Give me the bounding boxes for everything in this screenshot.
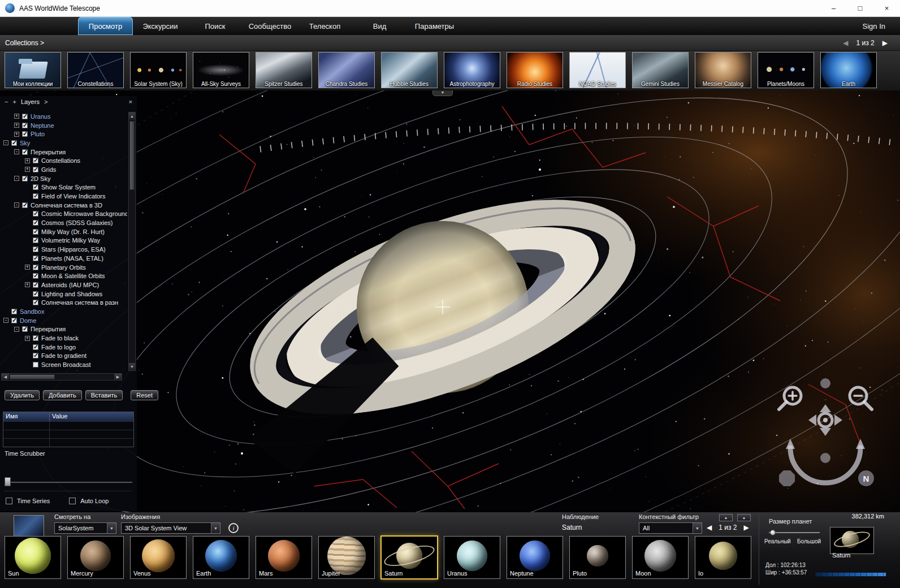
layer-tree-item[interactable]: -Солнечная система в 3D xyxy=(1,201,127,210)
expand-icon[interactable]: + xyxy=(25,265,30,270)
layer-checkbox[interactable] xyxy=(22,326,28,332)
layer-checkbox[interactable] xyxy=(11,140,17,146)
layer-checkbox[interactable] xyxy=(33,353,38,358)
scroll-right-icon[interactable]: ▶ xyxy=(114,374,122,380)
expand-icon[interactable]: + xyxy=(14,123,19,128)
expand-icon[interactable]: + xyxy=(14,114,19,119)
collapse-icon[interactable]: - xyxy=(14,176,19,181)
planet-item-jupiter[interactable]: Jupiter xyxy=(318,536,375,579)
tree-vertical-scrollbar[interactable]: ▲ ▼ xyxy=(128,112,136,371)
scroll-down-icon[interactable]: ▼ xyxy=(129,363,135,370)
layer-tree-item[interactable]: Field of View Indicators xyxy=(1,192,127,201)
collection-item-astrophotography[interactable]: Astrophotography xyxy=(444,52,500,88)
layer-tree-item[interactable]: Moon & Satellite Orbits xyxy=(1,271,127,280)
layer-tree-item[interactable]: +Grids xyxy=(1,165,127,174)
layer-checkbox[interactable] xyxy=(33,362,38,368)
layer-checkbox[interactable] xyxy=(22,202,28,208)
insert-layer-button[interactable]: Вставить xyxy=(85,390,123,400)
look-at-thumbnail[interactable] xyxy=(14,515,44,537)
planet-item-mercury[interactable]: Mercury xyxy=(67,536,124,579)
planet-item-saturn[interactable]: Saturn xyxy=(381,536,438,579)
planet-item-venus[interactable]: Venus xyxy=(130,536,187,579)
layer-tree-item[interactable]: +Asteroids (IAU MPC) xyxy=(1,280,127,289)
column-header-name[interactable]: Имя xyxy=(3,412,50,421)
layer-tree-item[interactable]: -2D Sky xyxy=(1,174,127,183)
collapse-strip-button[interactable]: ▲ xyxy=(719,514,733,521)
collapse-icon[interactable]: - xyxy=(3,140,8,145)
slider-track[interactable] xyxy=(5,481,132,483)
scroll-left-icon[interactable]: ◀ xyxy=(2,374,9,380)
layer-tree-item[interactable]: +Pluto xyxy=(1,129,127,139)
reset-button[interactable]: Reset xyxy=(131,390,158,400)
collection-item-all-sky[interactable]: All-Sky Surveys xyxy=(193,52,249,88)
layer-tree-item[interactable]: -Sky xyxy=(1,139,127,148)
collapse-panel-button[interactable]: ▲ xyxy=(737,514,751,521)
collection-item-my-collections[interactable]: Мои коллекции xyxy=(5,52,61,88)
collapse-icon[interactable]: - xyxy=(3,318,8,323)
sign-in-button[interactable]: Sign In xyxy=(848,17,900,35)
layer-checkbox[interactable] xyxy=(33,344,38,350)
layer-tree-item[interactable]: +Fade to black xyxy=(1,334,127,343)
scrollbar-thumb[interactable] xyxy=(129,121,135,190)
layer-tree-item[interactable]: Sandbox xyxy=(1,307,127,316)
collection-item-radio[interactable]: Radio Studies xyxy=(507,52,563,88)
layer-tree-item[interactable]: +Planetary Orbits xyxy=(1,263,127,272)
layer-checkbox[interactable] xyxy=(33,237,38,243)
layer-checkbox[interactable] xyxy=(33,247,38,252)
layer-checkbox[interactable] xyxy=(22,176,28,181)
collapse-icon[interactable]: - xyxy=(14,149,19,154)
column-header-value[interactable]: Value xyxy=(50,412,133,421)
info-button[interactable]: i xyxy=(228,523,239,533)
field-of-view-bar[interactable] xyxy=(815,572,886,577)
delete-layer-button[interactable]: Удалить xyxy=(5,390,40,400)
layer-checkbox[interactable] xyxy=(33,282,38,288)
layer-tree-item[interactable]: Cosmos (SDSS Galaxies) xyxy=(1,218,127,227)
imagery-dropdown[interactable]: 3D Solar System View ▼ xyxy=(121,522,220,534)
collapse-strip-tab[interactable]: ▾ xyxy=(432,90,453,96)
layer-checkbox[interactable] xyxy=(11,309,17,314)
expand-icon[interactable]: + xyxy=(25,158,30,163)
collection-item-noao[interactable]: NOAO Studies xyxy=(569,52,626,88)
layer-tree-item[interactable]: Screen Broadcast xyxy=(1,360,127,369)
layer-checkbox[interactable] xyxy=(33,229,38,235)
expand-icon[interactable]: + xyxy=(25,282,30,287)
layer-tree-item[interactable]: Fade to logo xyxy=(1,343,127,352)
layer-checkbox[interactable] xyxy=(33,220,38,226)
menu-item[interactable]: Просмотр xyxy=(78,17,133,35)
layer-tree-item[interactable]: Fade to gradient xyxy=(1,352,127,361)
planet-item-moon[interactable]: Moon xyxy=(632,536,689,579)
minimize-button[interactable]: – xyxy=(820,0,847,16)
layer-checkbox[interactable] xyxy=(33,291,38,297)
slider-handle[interactable] xyxy=(5,477,11,486)
add-layer-icon[interactable]: + xyxy=(12,99,16,105)
orbit-center-dot[interactable] xyxy=(823,418,828,422)
dropdown-arrow-icon[interactable]: ▼ xyxy=(693,523,702,533)
menu-item[interactable]: Параметры xyxy=(407,17,462,35)
collection-item-planets-moons[interactable]: Planets/Moons xyxy=(758,52,814,88)
close-button[interactable]: × xyxy=(873,0,900,16)
layer-tree-item[interactable]: Cosmic Microwave Background xyxy=(1,210,127,219)
auto-loop-checkbox[interactable] xyxy=(69,498,76,504)
expand-icon[interactable]: + xyxy=(25,336,30,341)
scroll-up-icon[interactable]: ▲ xyxy=(129,113,135,120)
layer-checkbox[interactable] xyxy=(22,114,28,119)
expand-icon[interactable]: + xyxy=(14,132,19,137)
layer-tree-item[interactable]: Солнечная система в разн xyxy=(1,298,127,307)
scrollbar-thumb[interactable] xyxy=(10,374,55,379)
collection-item-hubble[interactable]: Hubble Studies xyxy=(381,52,438,88)
slider-handle[interactable] xyxy=(770,530,776,535)
page-next-icon[interactable]: ▶ xyxy=(882,39,888,47)
selected-object-thumbnail[interactable] xyxy=(830,527,874,554)
layer-checkbox[interactable] xyxy=(33,193,38,199)
layer-checkbox[interactable] xyxy=(33,158,38,163)
collapse-panel-icon[interactable]: − xyxy=(5,99,8,105)
north-button[interactable]: N xyxy=(858,470,874,486)
planet-item-sun[interactable]: Sun xyxy=(5,536,61,579)
menu-item[interactable]: Экскурсии xyxy=(133,17,188,35)
collection-item-solar-system[interactable]: Solar System (Sky) xyxy=(130,52,187,88)
layer-tree-item[interactable]: Show Solar System xyxy=(1,183,127,192)
collection-item-constellations[interactable]: Constellations xyxy=(67,52,124,88)
menu-item[interactable]: Телескоп xyxy=(297,17,352,35)
planet-item-pluto[interactable]: Pluto xyxy=(569,536,626,579)
planet-size-slider[interactable] xyxy=(769,529,820,536)
